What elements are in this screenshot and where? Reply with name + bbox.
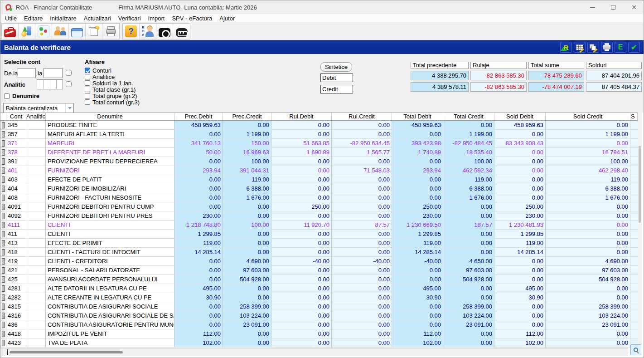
toolbox-icon[interactable]: [2, 24, 19, 39]
menu-item-spv-efactura[interactable]: SPV - eFactura: [168, 15, 216, 22]
row-selector[interactable]: [0, 293, 6, 302]
close-icon[interactable]: ✕: [624, 0, 644, 14]
horizontal-scrollbar[interactable]: [0, 348, 628, 356]
row-selector[interactable]: [0, 248, 6, 257]
roa-assistant-icon[interactable]: ROA: [140, 24, 156, 39]
row-selector[interactable]: [0, 284, 6, 293]
header-prec-credit[interactable]: Prec.Credit: [223, 113, 271, 120]
row-selector[interactable]: [0, 338, 6, 348]
table-row[interactable]: 4091FURNIZORI DEBITORI PENTRU CUMP0.000.…: [0, 202, 638, 211]
table-row[interactable]: 436CONTRIBUTIA ASIGURATORIE PENTRU MUNC0…: [0, 320, 638, 329]
afisare-option[interactable]: Conturi: [85, 67, 140, 74]
afisare-option[interactable]: Total grupe (gr.2): [85, 93, 140, 99]
header-sold-debit[interactable]: Sold Debit: [494, 113, 546, 120]
row-selector[interactable]: [0, 121, 6, 130]
table-row[interactable]: 413EFECTE DE PRIMIT119.000.000.000.00119…: [0, 239, 638, 248]
table-row[interactable]: 4418IMPOZITUL PE VENIT112.000.000.000.00…: [0, 329, 638, 338]
row-selector[interactable]: [0, 175, 6, 184]
row-selector[interactable]: [0, 320, 6, 329]
camera-icon[interactable]: [156, 24, 173, 39]
menu-item-verificari[interactable]: Verificari: [115, 15, 145, 22]
table-row[interactable]: 4423TVA DE PLATA102.000.000.000.00102.00…: [0, 338, 638, 348]
menu-item-ajutor[interactable]: Ajutor: [216, 15, 238, 22]
table-row[interactable]: 4282ALTE CREANTE IN LEGATURA CU PE30.900…: [0, 293, 638, 302]
row-selector[interactable]: [0, 148, 6, 157]
analitic-checkbox[interactable]: [66, 81, 72, 87]
chart-icon[interactable]: [19, 24, 35, 39]
table-row[interactable]: 408FURNIZORI - FACTURI NESOSITE0.001 676…: [0, 193, 638, 202]
table-row[interactable]: 421PERSONAL - SALARII DATORATE0.0097 603…: [0, 266, 638, 275]
header-rul-credit[interactable]: Rul.Credit: [332, 113, 392, 120]
table-row[interactable]: 4281ALTE DATORII IN LEGATURA CU PE495.00…: [0, 284, 638, 293]
afisare-option[interactable]: Analitice: [85, 74, 140, 80]
table-row[interactable]: 403EFECTE DE PLATIT0.00119.000.000.000.0…: [0, 175, 638, 184]
menu-item-import[interactable]: Import: [145, 15, 169, 22]
maximize-icon[interactable]: [603, 0, 624, 14]
afisare-option[interactable]: Solduri la 1 ian.: [85, 80, 140, 86]
header-total-credit[interactable]: Total Credit: [443, 113, 494, 120]
checkbox-icon[interactable]: [85, 93, 90, 98]
horizontal-scrollbar-thumb[interactable]: [10, 351, 123, 353]
header-total-debit[interactable]: Total Debit: [392, 113, 443, 120]
checkbox-icon[interactable]: [85, 99, 90, 105]
cont-from-input[interactable]: [18, 68, 36, 78]
vertical-scrollbar[interactable]: [638, 113, 642, 348]
table-row[interactable]: 401FURNIZORI293.94391 044.310.0071 548.0…: [0, 166, 638, 175]
table-row[interactable]: 391PROVIZIOANE PENTRU DEPRECIEREA0.00100…: [0, 157, 638, 166]
table-row[interactable]: 425AVANSURI ACORDATE PERSONALULUI0.00504…: [0, 275, 638, 284]
afisare-option[interactable]: Total clase (gr.1): [85, 86, 140, 93]
header-analitic[interactable]: Analitic: [26, 113, 46, 120]
row-selector[interactable]: [0, 311, 6, 320]
row-selector[interactable]: [0, 302, 6, 311]
users-icon[interactable]: [52, 24, 69, 39]
cont-to-input[interactable]: [44, 68, 63, 78]
afisare-option[interactable]: Total conturi (gr.3): [85, 99, 140, 105]
sintetice-button[interactable]: Sintetice: [320, 62, 352, 72]
molecule-icon[interactable]: [35, 24, 52, 39]
table-row[interactable]: 378DIFERENTE DE PRET LA MARFURI50.0016 9…: [0, 148, 638, 157]
table-row[interactable]: 357MARFURI AFLATE LA TERTI0.001 199.000.…: [0, 130, 638, 139]
row-selector[interactable]: [0, 166, 6, 175]
row-selector[interactable]: [0, 230, 6, 239]
splitter-handle[interactable]: [7, 349, 8, 355]
minimize-icon[interactable]: [582, 0, 603, 14]
row-selector[interactable]: [0, 130, 6, 139]
denumire-checkbox[interactable]: [4, 93, 10, 99]
menu-item-initializare[interactable]: Initializare: [46, 15, 80, 22]
header-cont[interactable]: Cont: [6, 113, 26, 120]
row-selector[interactable]: [0, 221, 6, 230]
table-row[interactable]: 4316CONTRIBUTIA DE ASIGURARI SOCIALE DE …: [0, 311, 638, 320]
grid-edit-icon[interactable]: [574, 42, 586, 53]
menu-item-actualizari[interactable]: Actualizari: [80, 15, 115, 22]
menu-item-utile[interactable]: Utile: [1, 15, 20, 22]
header-rul-debit[interactable]: Rul.Debit: [271, 113, 332, 120]
table-row[interactable]: 371MARFURI341 760.13150.0051 663.85-82 9…: [0, 139, 638, 148]
vertical-scrollbar-thumb[interactable]: [639, 146, 641, 223]
row-selector[interactable]: [0, 157, 6, 166]
table-row[interactable]: 4111CLIENTI1 218 748.80100.0011 920.7087…: [0, 221, 638, 230]
print-icon[interactable]: [601, 42, 613, 53]
table-row[interactable]: 404FURNIZORI DE IMOBILIZARI0.006 388.000…: [0, 184, 638, 193]
window-icon[interactable]: [69, 24, 86, 39]
row-selector[interactable]: [0, 202, 6, 211]
cont-range-checkbox[interactable]: [66, 70, 72, 76]
table-row[interactable]: 345PRODUSE FINITE458 959.630.000.000.004…: [0, 121, 638, 130]
analitic-segment-input[interactable]: [37, 79, 63, 89]
row-selector[interactable]: [0, 239, 6, 248]
row-selector[interactable]: [0, 275, 6, 284]
balanta-select[interactable]: Balanta centralizata: [3, 103, 74, 113]
table-row[interactable]: 4092FURNIZORI DEBITORI PENTRU PRES230.00…: [0, 211, 638, 221]
checkbox-icon[interactable]: [85, 68, 90, 73]
copy-edit-icon[interactable]: [587, 42, 599, 53]
table-row[interactable]: 411CLIENTI1 299.850.000.000.001 299.850.…: [0, 230, 638, 239]
robot-icon[interactable]: [173, 24, 190, 39]
header-prec-debit[interactable]: Prec.Debit: [174, 113, 223, 120]
checkbox-icon[interactable]: [85, 80, 90, 86]
table-row[interactable]: 418CLIENTI - FACTURI DE INTOCMIT14 285.1…: [0, 248, 638, 257]
row-selector[interactable]: [0, 211, 6, 221]
zoom-preview-icon[interactable]: [630, 344, 641, 355]
documents-icon[interactable]: [86, 24, 102, 39]
checkbox-icon[interactable]: [85, 74, 90, 79]
table-row[interactable]: 419CLIENTI - CREDITORI0.004 690.00-40.00…: [0, 257, 638, 266]
checkbox-icon[interactable]: [85, 87, 90, 92]
